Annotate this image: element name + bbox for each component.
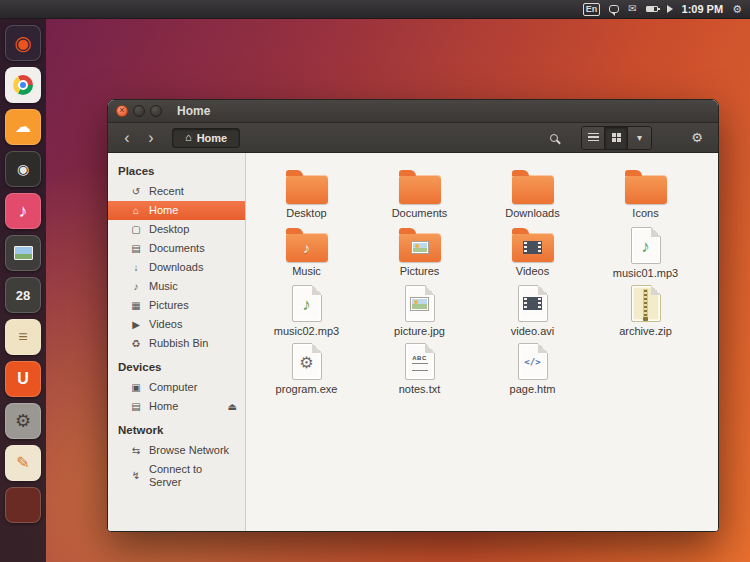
- file-label: Downloads: [505, 207, 559, 219]
- folder-icon: [625, 175, 667, 204]
- search-button[interactable]: [543, 127, 565, 149]
- photos-icon: [14, 246, 33, 260]
- menu-gear-button[interactable]: ⚙: [686, 127, 708, 149]
- sidebar-item-label: Documents: [149, 242, 205, 255]
- launcher-trash[interactable]: [5, 487, 41, 523]
- launcher-weather[interactable]: ☁: [5, 109, 41, 145]
- sidebar-item-label: Home: [149, 400, 178, 413]
- file-label: Videos: [516, 265, 549, 277]
- file-item-desktop[interactable]: Desktop: [250, 167, 363, 225]
- launcher-chrome[interactable]: [5, 67, 41, 103]
- folder-icon: [512, 175, 554, 204]
- keyboard-indicator[interactable]: En: [583, 3, 601, 16]
- file-item-program-exe[interactable]: ⚙program.exe: [250, 341, 363, 399]
- launcher-notes[interactable]: ≡: [5, 319, 41, 355]
- gear-emblem: ⚙: [299, 355, 313, 371]
- search-icon: [550, 134, 558, 142]
- titlebar[interactable]: × Home: [108, 100, 718, 123]
- sidebar-item-devices-home[interactable]: ▤Home⏏: [108, 397, 245, 416]
- file-label: Pictures: [400, 265, 440, 277]
- sidebar-item-places-rubbish-bin[interactable]: ♻Rubbish Bin: [108, 334, 245, 353]
- file-item-picture-jpg[interactable]: picture.jpg: [363, 283, 476, 341]
- sidebar-item-label: Pictures: [149, 299, 189, 312]
- session-gear-icon[interactable]: ⚙: [732, 4, 742, 15]
- volume-icon[interactable]: [667, 5, 673, 13]
- launcher-music[interactable]: ♪: [5, 193, 41, 229]
- calendar-icon: 28: [16, 289, 30, 302]
- sidebar-item-label: Rubbish Bin: [149, 337, 208, 350]
- sidebar-item-places-recent[interactable]: ↺Recent: [108, 182, 245, 201]
- launcher-photos[interactable]: [5, 235, 41, 271]
- minimize-button[interactable]: [133, 105, 145, 117]
- file-item-music[interactable]: ♪Music: [250, 225, 363, 283]
- sidebar-item-places-pictures[interactable]: ▦Pictures: [108, 296, 245, 315]
- file-item-pictures[interactable]: Pictures: [363, 225, 476, 283]
- file-item-music01-mp3[interactable]: ♪music01.mp3: [589, 225, 702, 283]
- sidebar-item-places-documents[interactable]: ▤Documents: [108, 239, 245, 258]
- grid-view-button[interactable]: [605, 127, 628, 149]
- sidebar-item-label: Downloads: [149, 261, 203, 274]
- chat-icon[interactable]: [609, 5, 619, 13]
- downloads-icon: ↓: [130, 263, 142, 273]
- sidebar-item-network-browse-network[interactable]: ⇆Browse Network: [108, 441, 245, 460]
- photo-emblem: [412, 242, 428, 253]
- view-options-button[interactable]: ▾: [628, 127, 651, 149]
- launcher-settings[interactable]: ⚙: [5, 403, 41, 439]
- mail-icon[interactable]: ✉: [628, 4, 636, 14]
- gear-icon: ⚙: [691, 131, 703, 144]
- camera-icon: ◉: [17, 162, 29, 176]
- sidebar-item-network-connect-to-server[interactable]: ↯Connect to Server: [108, 460, 245, 492]
- clock[interactable]: 1:09 PM: [682, 3, 724, 15]
- sidebar-item-places-music[interactable]: ♪Music: [108, 277, 245, 296]
- window-body: Places↺Recent⌂Home▢Desktop▤Documents↓Dow…: [108, 153, 718, 531]
- forward-button[interactable]: ›: [140, 127, 162, 149]
- text-editor-icon: ✎: [16, 455, 29, 471]
- file-item-page-htm[interactable]: </>page.htm: [476, 341, 589, 399]
- list-view-button[interactable]: [582, 127, 605, 149]
- sidebar-item-label: Videos: [149, 318, 182, 331]
- recent-icon: ↺: [130, 187, 142, 197]
- launcher-ubuntu-one[interactable]: U: [5, 361, 41, 397]
- file-item-videos[interactable]: Videos: [476, 225, 589, 283]
- sidebar-item-places-home[interactable]: ⌂Home: [108, 201, 245, 220]
- battery-icon[interactable]: [646, 6, 658, 12]
- code-emblem: </>: [524, 358, 540, 367]
- file-item-music02-mp3[interactable]: ♪music02.mp3: [250, 283, 363, 341]
- file-item-documents[interactable]: Documents: [363, 167, 476, 225]
- file-icon: [631, 285, 661, 322]
- file-item-notes-txt[interactable]: ABCnotes.txt: [363, 341, 476, 399]
- file-item-icons[interactable]: Icons: [589, 167, 702, 225]
- unity-launcher: ◉☁◉♪28≡U⚙✎: [0, 19, 46, 562]
- sidebar-heading-places: Places: [108, 157, 245, 182]
- file-item-downloads[interactable]: Downloads: [476, 167, 589, 225]
- sidebar-item-label: Connect to Server: [149, 463, 237, 489]
- sidebar-item-places-desktop[interactable]: ▢Desktop: [108, 220, 245, 239]
- eject-icon[interactable]: ⏏: [228, 402, 237, 412]
- folder-icon: [512, 233, 554, 262]
- view-switcher: ▾: [581, 126, 652, 150]
- top-panel: En ✉ 1:09 PM ⚙: [0, 0, 750, 19]
- chrome-icon: [13, 75, 33, 95]
- weather-icon: ☁: [15, 119, 31, 135]
- sidebar-item-label: Home: [149, 204, 178, 217]
- launcher-calendar[interactable]: 28: [5, 277, 41, 313]
- launcher-text-editor[interactable]: ✎: [5, 445, 41, 481]
- file-label: page.htm: [510, 383, 556, 395]
- documents-icon: ▤: [130, 244, 142, 254]
- sidebar-item-places-videos[interactable]: ▶Videos: [108, 315, 245, 334]
- file-item-archive-zip[interactable]: archive.zip: [589, 283, 702, 341]
- launcher-camera[interactable]: ◉: [5, 151, 41, 187]
- file-icon: ABC: [405, 343, 435, 380]
- maximize-button[interactable]: [150, 105, 162, 117]
- launcher-dash[interactable]: ◉: [5, 25, 41, 61]
- breadcrumb-label: Home: [197, 132, 228, 144]
- file-item-video-avi[interactable]: video.avi: [476, 283, 589, 341]
- file-label: music01.mp3: [613, 267, 678, 279]
- sidebar-item-devices-computer[interactable]: ▣Computer: [108, 378, 245, 397]
- file-label: archive.zip: [619, 325, 672, 337]
- notes-icon: ≡: [18, 329, 27, 345]
- close-button[interactable]: ×: [116, 105, 128, 117]
- breadcrumb-home[interactable]: ⌂ Home: [172, 128, 240, 148]
- sidebar-item-places-downloads[interactable]: ↓Downloads: [108, 258, 245, 277]
- back-button[interactable]: ‹: [116, 127, 138, 149]
